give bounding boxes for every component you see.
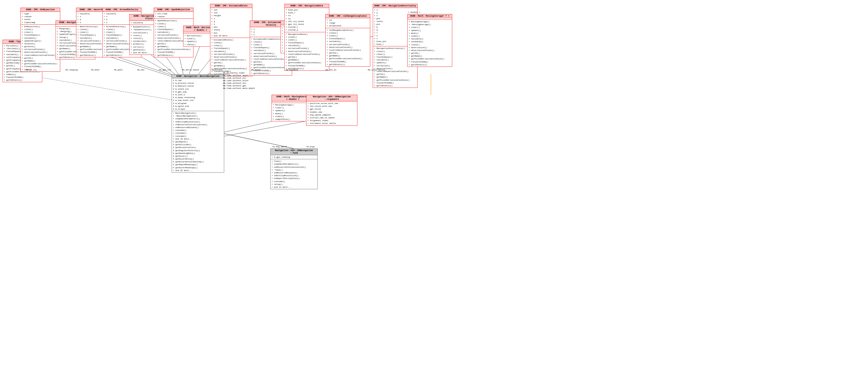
- label-gps-rej: #m_gps_rej: [159, 69, 171, 71]
- box-basicnavigation-header: DUNE::Navigation::BasicNavigation: [172, 74, 224, 78]
- label-ranging: #m_ranging: [65, 69, 78, 71]
- box-movingaverage-t: DUNE::Math::MovingAverage< T > + MovingA…: [407, 14, 452, 67]
- label-time-alt: #m_time_without_alt: [223, 77, 246, 79]
- box-sgnavigation-task-header: Navigation::AUV::SGNavigation::Task: [271, 149, 317, 155]
- label-gvel: #m_gvel: [114, 69, 123, 71]
- label-time-gps: #m_Time_without_gps: [223, 85, 246, 87]
- box-groundvelocity-header: DUNE::IMC::GroundVelocity: [103, 8, 141, 12]
- box-sgnavigation-arguments-attrs: + position_noise_with_imu + lbl_noise_wi…: [306, 101, 357, 126]
- label-lbl-ac: #m_lbl_ac: [326, 69, 336, 71]
- box-estimatedstate-header: DUNE::IMC::EstimatedState: [210, 4, 252, 8]
- box-basicnavigation: DUNE::Navigation::BasicNavigation # m_rp…: [172, 74, 224, 173]
- box-basicnavigation-methods: + BasicNavigation() + ~BasicNavigation()…: [172, 111, 224, 172]
- box-gpsrejection-attrs: + utc_time + reason: [154, 12, 193, 19]
- box-sgnavigation-task: Navigation::AUV::SGNavigation::Task + m_…: [270, 148, 318, 189]
- box-basicnavigation-attrs: # m_rpm # m_process_noise # m_measure_no…: [172, 78, 224, 111]
- box-navigationdata-attrs: + bias_psi + bias_r + cx + cy + lbl_rej_…: [285, 8, 329, 32]
- label-time-depth: #m_time_without_depth: [223, 74, 249, 76]
- box-estimatedstate-attrs: + lat + lon + height + x + y + z + phi +…: [210, 8, 252, 38]
- box-navigationdata-header: DUNE::IMC::NavigationData: [285, 4, 329, 8]
- label-navdata: #m_navdata: [286, 69, 298, 71]
- box-gpsrejection-header: DUNE::IMC::GpsRxRejection: [154, 8, 193, 12]
- box-dvrejection-attrs: + type + reason + value + timestamp: [21, 12, 60, 25]
- box-movingaverage-t-header: DUNE::Math::MovingAverage< T >: [408, 14, 452, 18]
- svg-line-16: [22, 74, 172, 100]
- label-dv-rej: #m_dv_rej: [26, 69, 37, 71]
- label-double-template: < double >: [408, 11, 420, 13]
- label-args: +m_args: [306, 145, 315, 148]
- label-time-main-depth: #m_time_without_main_depth: [223, 87, 255, 89]
- label-deriv-heave: #m_deriv_heave: [182, 69, 199, 71]
- box-lblrangeacceptance-header: DUNE::IMC::LblRangeAcceptance: [326, 14, 370, 18]
- label-time-euler: #m_time_without_euler: [223, 79, 249, 82]
- label-ewvel: #m_ewvel: [251, 69, 261, 71]
- label-kal: #m_kal: [137, 69, 145, 71]
- box-sgnavigation-arguments-header: Navigation::AUV::SGNavigation::Arguments: [306, 95, 357, 101]
- label-estate: #m_estate: [211, 69, 222, 71]
- label-avg-speed: +m_avg_speed: [272, 145, 287, 148]
- box-dvrejection-methods: + DvRejection() + clone() + clear() + fi…: [21, 25, 60, 71]
- box-sgnavigation-task-methods: + Task() + onUpdateParameters() + onReso…: [271, 159, 317, 189]
- box-estimatedstate: DUNE::IMC::EstimatedState + lat + lon + …: [210, 4, 252, 76]
- box-sgnavigation-arguments: Navigation::AUV::SGNavigation::Arguments…: [306, 95, 358, 126]
- box-navuncertainty-header: DUNE::IMC::NavigationUncertainty: [373, 4, 417, 8]
- box-lblrangeacceptance-methods: + LblRangeAcceptance() + clone() + clear…: [326, 28, 370, 66]
- box-lblrangeacceptance-attrs: + id + range + acceptance: [326, 18, 370, 28]
- box-lblrangeacceptance: DUNE::IMC::LblRangeAcceptance + id + ran…: [326, 14, 370, 67]
- box-movingaverage-t-methods: + MovingAverage() + ~MovingAverage() + c…: [408, 20, 452, 67]
- box-sgnavigation-task-attrs: + m_gps_reading: [271, 155, 317, 159]
- label-uncertainty: #m_uncertainty: [368, 69, 385, 71]
- box-dvrejection: DUNE::IMC::DvRejection + type + reason +…: [21, 8, 60, 72]
- label-wvel: #m_wvel: [91, 69, 100, 71]
- box-dvrejection-header: DUNE::IMC::DvRejection: [21, 8, 60, 12]
- box-navigationdata: DUNE::IMC::NavigationData + bias_psi + b…: [284, 4, 329, 71]
- label-dv-sanity: #m_dv_sanity_timer: [223, 72, 245, 74]
- box-navigationdata-methods: + NavigationData() + clone() + clear() +…: [285, 32, 329, 70]
- diagram-container: DUNE::Tasks::Periodic + Periodic() + ~Pe…: [0, 0, 868, 370]
- label-time-dvl: #m_time_without_dvl: [223, 82, 246, 84]
